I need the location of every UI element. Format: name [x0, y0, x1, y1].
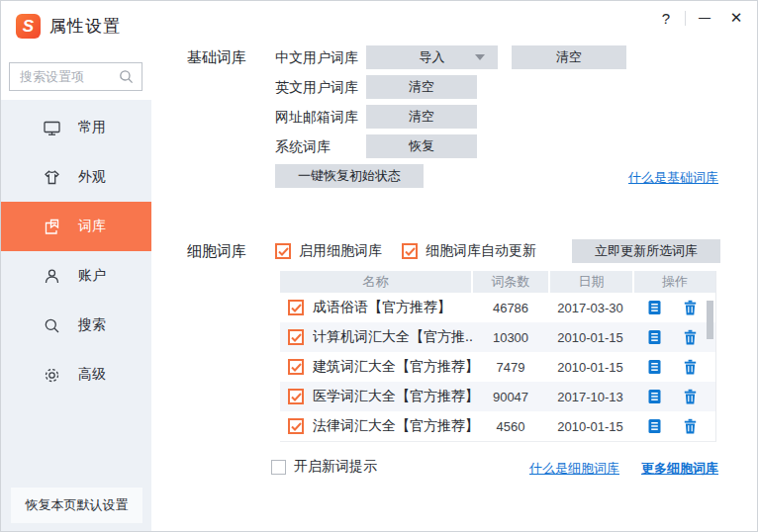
restore-defaults-button[interactable]: 恢复本页默认设置	[11, 488, 142, 523]
dict-date: 2010-01-15	[548, 419, 632, 434]
row-checkbox[interactable]	[288, 300, 304, 315]
column-header-count: 词条数	[473, 271, 548, 293]
table-row: 医学词汇大全【官方推荐】 90047 2017-10-13	[280, 382, 715, 411]
table-row: 法律词汇大全【官方推荐】 4560 2010-01-15	[280, 411, 715, 441]
table-row: 建筑词汇大全【官方推荐】 7479 2010-01-15	[280, 352, 715, 382]
gear-icon	[43, 366, 61, 385]
delete-icon[interactable]	[683, 389, 698, 404]
restore-system-dict-button[interactable]: 恢复	[366, 134, 477, 158]
dict-entry-count: 10300	[473, 330, 548, 345]
clear-english-dict-button[interactable]: 清空	[366, 75, 477, 99]
dict-name: 建筑词汇大全【官方推荐】	[313, 358, 473, 376]
dict-entry-count: 90047	[473, 390, 548, 404]
table-header: 名称 词条数 日期 操作	[280, 271, 715, 293]
user-icon	[43, 267, 61, 286]
details-icon[interactable]	[647, 359, 662, 375]
row-checkbox[interactable]	[288, 418, 304, 434]
auto-update-cell-dict-checkbox[interactable]: 细胞词库自动更新	[402, 242, 536, 260]
search-icon	[43, 316, 61, 335]
chinese-user-dict-label: 中文用户词库	[275, 45, 358, 69]
table-row: 成语俗语【官方推荐】 46786 2017-03-30	[280, 293, 715, 322]
sidebar-item-label: 常用	[78, 119, 106, 136]
search-input[interactable]	[18, 68, 119, 85]
delete-icon[interactable]	[683, 329, 698, 345]
sidebar-item-label: 搜索	[78, 316, 106, 334]
app-header: S 属性设置	[16, 14, 121, 39]
checkbox-checked-icon	[402, 243, 418, 259]
sidebar-item-account[interactable]: 账户	[1, 251, 151, 301]
checkbox-label: 开启新词提示	[294, 458, 377, 476]
sidebar-item-label: 账户	[78, 267, 106, 285]
window-controls: ? — ✕	[653, 6, 749, 30]
minimize-icon[interactable]: —	[692, 6, 717, 30]
dict-entry-count: 7479	[473, 360, 548, 375]
monitor-icon	[43, 119, 61, 137]
enable-cell-dict-checkbox[interactable]: 启用细胞词库	[275, 242, 382, 260]
sidebar-item-search[interactable]: 搜索	[1, 301, 151, 350]
sogou-logo-icon: S	[16, 14, 41, 39]
sidebar-item-label: 词库	[78, 218, 106, 235]
sidebar-nav: 常用 外观 词库 账户 搜索	[1, 103, 151, 399]
import-dropdown-button[interactable]: 导入	[366, 45, 498, 69]
url-email-dict-label: 网址邮箱词库	[275, 105, 358, 129]
delete-icon[interactable]	[683, 418, 698, 434]
help-icon[interactable]: ?	[653, 6, 679, 30]
checkbox-label: 细胞词库自动更新	[426, 242, 536, 260]
sidebar-item-dictionary[interactable]: 词库	[1, 202, 151, 251]
import-label: 导入	[420, 48, 445, 66]
row-checkbox[interactable]	[288, 329, 304, 345]
dictionary-icon	[43, 218, 61, 236]
dict-name: 医学词汇大全【官方推荐】	[313, 388, 473, 405]
checkbox-label: 启用细胞词库	[299, 242, 382, 260]
search-icon	[119, 69, 134, 84]
sidebar-item-label: 高级	[78, 366, 106, 384]
dict-date: 2010-01-15	[548, 360, 632, 375]
sidebar-item-appearance[interactable]: 外观	[1, 152, 151, 202]
cell-dict-table: 名称 词条数 日期 操作 成语俗语【官方推荐】 46786 2017-03-30	[280, 271, 716, 442]
column-header-actions: 操作	[634, 271, 715, 293]
what-is-base-dict-link[interactable]: 什么是基础词库	[628, 169, 718, 187]
details-icon[interactable]	[647, 418, 662, 434]
tshirt-icon	[43, 168, 61, 187]
sidebar-item-common[interactable]: 常用	[1, 103, 151, 152]
search-box[interactable]	[9, 62, 142, 91]
new-word-tip-checkbox[interactable]: 开启新词提示	[271, 458, 377, 476]
table-scrollbar[interactable]	[707, 301, 713, 339]
column-header-date: 日期	[550, 271, 632, 293]
dict-name: 成语俗语【官方推荐】	[313, 299, 451, 316]
dict-name: 法律词汇大全【官方推荐】	[313, 417, 473, 435]
more-cell-dict-link[interactable]: 更多细胞词库	[641, 460, 718, 478]
reset-initial-state-button[interactable]: 一键恢复初始状态	[275, 164, 424, 188]
checkbox-checked-icon	[275, 243, 291, 259]
english-user-dict-label: 英文用户词库	[275, 75, 358, 99]
delete-icon[interactable]	[683, 359, 698, 375]
settings-window: ? — ✕ S 属性设置 常用 外观	[0, 0, 758, 532]
details-icon[interactable]	[647, 329, 662, 345]
dict-entry-count: 4560	[473, 419, 548, 434]
row-checkbox[interactable]	[288, 359, 304, 375]
dict-entry-count: 46786	[473, 301, 548, 315]
cell-dict-section-title: 细胞词库	[187, 242, 246, 261]
details-icon[interactable]	[647, 389, 662, 404]
dict-date: 2017-03-30	[548, 301, 632, 315]
sidebar-item-advanced[interactable]: 高级	[1, 350, 151, 399]
table-row: 计算机词汇大全【官方推... 10300 2010-01-15	[280, 322, 715, 352]
clear-chinese-dict-button[interactable]: 清空	[512, 45, 626, 69]
what-is-cell-dict-link[interactable]: 什么是细胞词库	[529, 460, 619, 478]
system-dict-label: 系统词库	[275, 134, 331, 158]
details-icon[interactable]	[647, 300, 662, 315]
row-checkbox[interactable]	[288, 389, 304, 404]
base-dict-section-title: 基础词库	[187, 48, 246, 67]
chevron-down-icon	[475, 54, 485, 60]
update-selected-dicts-button[interactable]: 立即更新所选词库	[572, 239, 720, 263]
checkbox-unchecked-icon	[271, 460, 286, 475]
dict-date: 2010-01-15	[548, 330, 632, 345]
bottom-links: 什么是细胞词库 更多细胞词库	[529, 460, 718, 478]
page-title: 属性设置	[49, 15, 121, 38]
delete-icon[interactable]	[683, 300, 698, 315]
dict-name: 计算机词汇大全【官方推...	[313, 328, 473, 346]
close-icon[interactable]: ✕	[723, 6, 749, 30]
sidebar-item-label: 外观	[78, 168, 106, 186]
clear-url-email-dict-button[interactable]: 清空	[366, 105, 477, 129]
control-separator	[685, 11, 686, 26]
